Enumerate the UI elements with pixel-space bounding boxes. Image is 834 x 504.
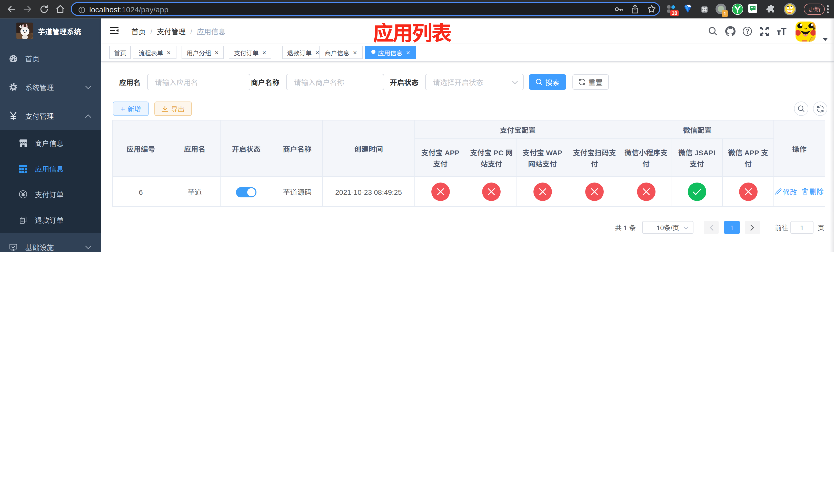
svg-text:10: 10 xyxy=(672,10,677,16)
svg-text:1: 1 xyxy=(723,11,726,17)
